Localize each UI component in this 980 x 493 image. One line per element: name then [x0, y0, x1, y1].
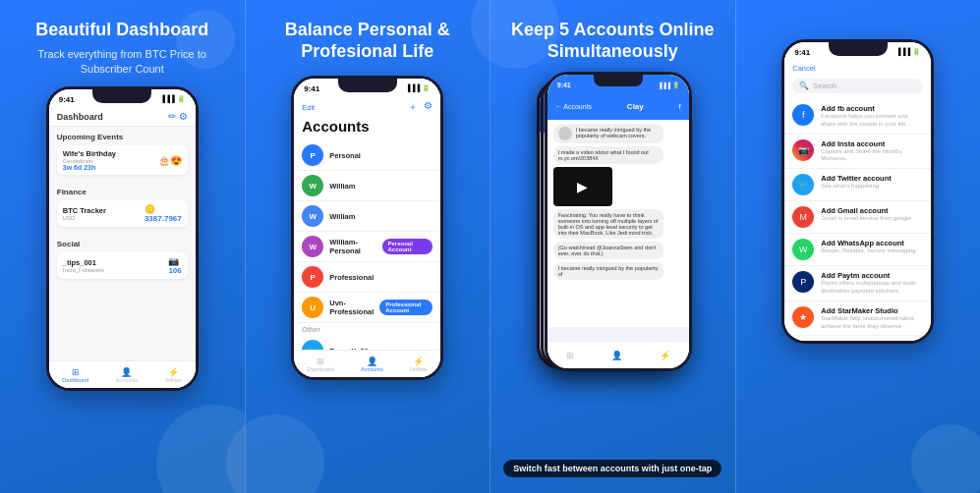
social-sub: Insta_Followers: [63, 267, 104, 273]
add-gmail[interactable]: M Add Gmail account Gmail is email servi…: [784, 201, 931, 234]
status-icons-3: ▐▐▐ 🔋: [658, 82, 678, 88]
msg-2-text: I made a video about what I found out m.…: [558, 149, 659, 161]
account-william-personal[interactable]: W William-Personal Personal Account: [294, 232, 440, 262]
header-icons: ✏ ⚙: [168, 111, 188, 122]
add-whatsapp[interactable]: W Add WhatsApp account Simple, Reliable,…: [784, 234, 931, 266]
account-william-1[interactable]: W William: [294, 171, 440, 201]
msg-1-text: I became really intrigued by the popular…: [576, 127, 659, 138]
account-personal[interactable]: P Personal: [294, 140, 440, 171]
nav2-accounts-label: Accounts: [361, 366, 383, 372]
professional-account-badge: Professional Account: [379, 300, 432, 315]
play-icon-front: ▶: [577, 179, 588, 194]
accounts-title: Accounts: [294, 118, 440, 140]
paytm-name: Add Paytm account: [821, 271, 923, 280]
screen-1: 9:41 ▐▐▐ 🔋 Dashboard ✏ ⚙ Upcoming Events…: [49, 89, 196, 388]
nav2-utilities-label: Utilities: [410, 366, 428, 372]
gmail-info: Add Gmail account Gmail is email service…: [821, 206, 911, 223]
upcoming-events-title: Upcoming Events: [57, 133, 188, 141]
finance-info: BTC Tracker USD: [63, 206, 106, 221]
paytm-info: Add Paytm account Paytm offers multipurp…: [821, 271, 923, 296]
add-twitter[interactable]: 🐦 Add Twitter account See what's happeni…: [784, 169, 931, 201]
twitter-info: Add Twitter account See what's happening: [821, 174, 892, 191]
panel-2: Balance Personal & Profesional Life 9:41…: [245, 0, 490, 493]
star-name: Add StarMaker Studio: [821, 306, 923, 315]
nav2-dashboard-icon: ⊞: [317, 356, 324, 366]
nav3-utilities[interactable]: ⚡: [660, 351, 670, 360]
account-william-personal-name: William-Personal: [329, 238, 375, 255]
nav-utilities[interactable]: ⚡ Utilities: [164, 367, 182, 383]
chat-msg-5: I became really intrigued by the popular…: [553, 262, 663, 280]
phone-4: 9:41 ▐▐▐ 🔋 Cancel 🔍 Search f Add fb acco…: [781, 39, 934, 344]
msg-5-text: I became really intrigued by the popular…: [558, 265, 659, 277]
notch-3: [594, 75, 643, 86]
settings-icon-btn[interactable]: ⚙: [424, 100, 432, 114]
personal-account-badge: Personal Account: [382, 239, 433, 254]
fb-name: Add fb account: [821, 104, 923, 113]
chat-msg-4: (Go watch/read @JoannaStern and don't ev…: [553, 242, 663, 259]
nav3-accounts[interactable]: 👤: [611, 351, 622, 360]
gmail-icon: M: [792, 206, 814, 228]
nav-dashboard[interactable]: ⊞ Dashboard: [62, 367, 88, 383]
social-name: _tips_001: [63, 258, 104, 267]
event-info: Wife's Birthday Countdown 3w 6d 23h: [63, 149, 116, 171]
fb-info: Add fb account Facebook helps you connec…: [821, 104, 923, 129]
panel-4: 9:41 ▐▐▐ 🔋 Cancel 🔍 Search f Add fb acco…: [735, 0, 981, 493]
social-title: Social: [57, 240, 188, 248]
whatsapp-name: Add WhatsApp account: [821, 239, 915, 247]
finance-right: 🪙 3387.7967: [144, 204, 182, 223]
nav-accounts[interactable]: 👤 Accounts: [116, 367, 139, 383]
nav-utilities-label: Utilities: [164, 377, 182, 383]
add-icon-btn[interactable]: ＋: [408, 100, 418, 114]
account-uvn[interactable]: U Uvn-Professional Professional Account: [294, 293, 440, 323]
social-count: 106: [168, 266, 181, 275]
account-william-2[interactable]: W William: [294, 201, 440, 232]
bottom-nav-1: ⊞ Dashboard 👤 Accounts ⚡ Utilities: [49, 360, 196, 388]
edit-button[interactable]: Edit: [302, 103, 315, 112]
star-icon: ★: [792, 306, 814, 328]
phone-2: 9:41 ▐▐▐ 🔋 Edit ＋ ⚙ Accounts P Personal: [291, 76, 443, 380]
twitter-name: Add Twitter account: [821, 174, 892, 183]
header-action-icons: ＋ ⚙: [408, 100, 432, 114]
msg-4-text: (Go watch/read @JoannaStern and don't ev…: [558, 245, 659, 256]
finance-card: BTC Tracker USD 🪙 3387.7967: [57, 200, 188, 227]
cancel-button[interactable]: Cancel: [792, 64, 815, 73]
insta-desc: Capture and Share the World's Moments.: [821, 148, 923, 164]
status-icons-1: ▐▐▐ 🔋: [160, 95, 186, 103]
accounts-list: P Personal W William W William: [294, 140, 440, 377]
chat-name: Clay: [627, 102, 644, 111]
nav-accounts-label: Accounts: [116, 377, 139, 383]
social-info: _tips_001 Insta_Followers: [63, 258, 104, 273]
dashboard-icon: ⊞: [72, 367, 80, 377]
add-fb[interactable]: f Add fb account Facebook helps you conn…: [784, 99, 931, 135]
add-starmaker[interactable]: ★ Add StarMaker Studio StarMaker help un…: [784, 301, 931, 337]
back-arrow[interactable]: ← Accounts: [555, 103, 592, 110]
account-william-2-name: William: [329, 212, 355, 221]
account-william-personal-info: William-Personal: [329, 238, 375, 255]
whatsapp-icon: W: [792, 239, 814, 260]
fb-desc: Facebook helps you connect and share wit…: [821, 113, 923, 129]
nav2-dashboard[interactable]: ⊞ Dashboard: [308, 356, 334, 372]
nav3-utilities-icon: ⚡: [660, 351, 670, 360]
add-paytm[interactable]: P Add Paytm account Paytm offers multipu…: [784, 266, 931, 301]
add-insta[interactable]: 📷 Add Insta account Capture and Share th…: [784, 135, 931, 170]
insta-icon: 📷: [792, 139, 814, 161]
avatar-william-1: W: [302, 175, 323, 196]
event-card-birthday: Wife's Birthday Countdown 3w 6d 23h 🎂😍: [57, 145, 188, 175]
event-name: Wife's Birthday: [63, 149, 116, 158]
chat-msg-3: Fascinating. You really have to think so…: [553, 209, 663, 239]
twitter-desc: See what's happening: [821, 183, 892, 191]
search-input[interactable]: Search: [813, 82, 836, 90]
nav3-dashboard[interactable]: ⊞: [566, 351, 574, 360]
chat-header: ← Accounts Clay f: [548, 92, 689, 120]
whatsapp-info: Add WhatsApp account Simple, Reliable, S…: [821, 239, 915, 255]
account-william-1-name: William: [329, 182, 355, 191]
social-card: _tips_001 Insta_Followers 📷 106: [57, 252, 188, 279]
search-bar[interactable]: 🔍 Search: [792, 79, 923, 93]
finance-val: 3387.7967: [144, 214, 182, 223]
star-info: Add StarMaker Studio StarMaker help undi…: [821, 306, 923, 331]
nav3-accounts-icon: 👤: [611, 351, 622, 360]
account-professional[interactable]: P Professional: [294, 262, 440, 293]
nav2-accounts[interactable]: 👤 Accounts: [361, 356, 383, 372]
nav2-utilities[interactable]: ⚡ Utilities: [410, 356, 428, 372]
screen4-header: Cancel: [784, 60, 931, 77]
